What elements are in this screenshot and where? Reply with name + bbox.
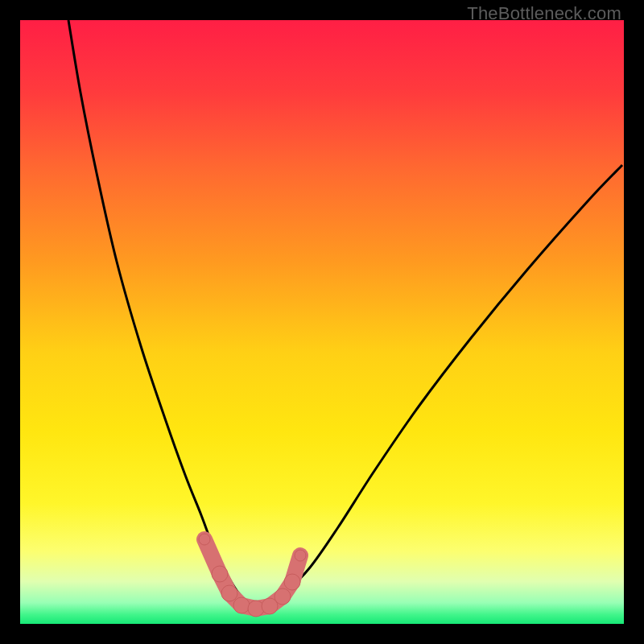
marker-dot (295, 550, 306, 561)
bottleneck-curve (20, 20, 624, 624)
watermark-text: TheBottleneck.com (467, 3, 621, 24)
marker-dot (212, 566, 228, 582)
marker-dot (221, 585, 237, 601)
plot-area (20, 20, 624, 624)
marker-dot (233, 597, 250, 613)
chart-frame: TheBottleneck.com (0, 0, 644, 644)
marker-dot (284, 574, 300, 590)
marker-dot (275, 588, 291, 605)
marker-dot (199, 534, 210, 545)
curve-line (68, 20, 622, 604)
